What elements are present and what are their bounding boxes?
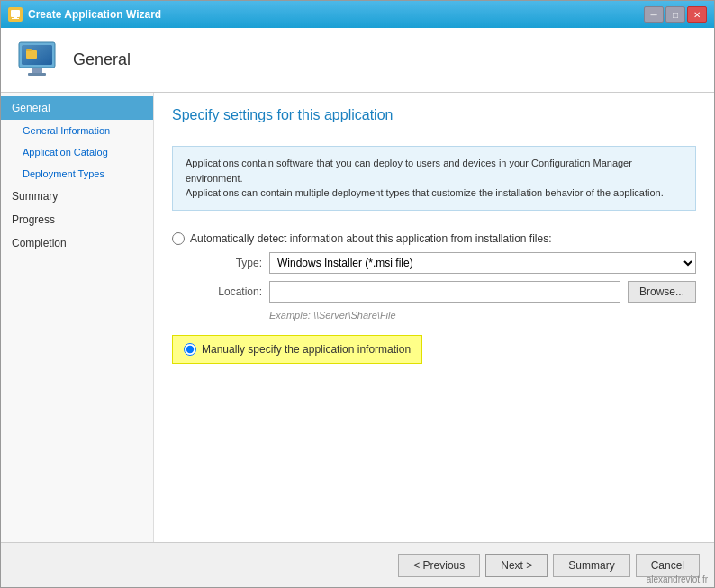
browse-button[interactable]: Browse...: [628, 281, 696, 303]
info-box: Applications contain software that you c…: [172, 146, 696, 211]
content-body: Applications contain software that you c…: [154, 131, 714, 542]
title-bar: Create Application Wizard ─ □ ✕: [1, 1, 714, 28]
svg-rect-2: [12, 18, 19, 19]
type-label: Type:: [190, 257, 262, 269]
cancel-button[interactable]: Cancel: [636, 554, 700, 577]
summary-button[interactable]: Summary: [553, 554, 629, 577]
sidebar-item-general-information[interactable]: General Information: [1, 120, 153, 141]
maximize-button[interactable]: □: [665, 6, 685, 23]
location-input[interactable]: [269, 281, 620, 303]
app-icon: [8, 7, 23, 22]
header-area: General: [1, 28, 714, 93]
content-title: Specify settings for this application: [172, 107, 696, 123]
location-row: Location: Browse...: [190, 281, 696, 303]
svg-rect-0: [11, 10, 20, 17]
svg-rect-8: [26, 50, 37, 59]
sidebar-item-general[interactable]: General: [1, 96, 153, 120]
type-select[interactable]: Windows Installer (*.msi file) Script In…: [269, 252, 696, 274]
header-icon: [15, 39, 59, 82]
window-title: Create Application Wizard: [28, 8, 161, 21]
header-section-label: General: [73, 50, 131, 69]
auto-detect-label[interactable]: Automatically detect information about t…: [190, 232, 552, 245]
sidebar-item-progress[interactable]: Progress: [1, 208, 153, 231]
manual-specify-radio[interactable]: [184, 343, 196, 356]
example-text: Example: \\Server\Share\File: [269, 310, 696, 321]
auto-detect-form: Type: Windows Installer (*.msi file) Scr…: [190, 252, 696, 321]
type-row: Type: Windows Installer (*.msi file) Scr…: [190, 252, 696, 274]
previous-button[interactable]: < Previous: [398, 554, 480, 577]
minimize-button[interactable]: ─: [644, 6, 664, 23]
main-content: General General Information Application …: [1, 93, 714, 542]
svg-rect-5: [32, 68, 42, 73]
svg-rect-9: [26, 49, 32, 51]
info-text: Applications contain software that you c…: [186, 158, 664, 198]
window-controls: ─ □ ✕: [644, 6, 707, 23]
sidebar-item-application-catalog[interactable]: Application Catalog: [1, 141, 153, 163]
footer: < Previous Next > Summary Cancel: [1, 542, 714, 587]
sidebar-item-deployment-types[interactable]: Deployment Types: [1, 163, 153, 185]
location-label: Location:: [190, 285, 262, 298]
sidebar: General General Information Application …: [1, 93, 154, 542]
auto-detect-radio[interactable]: [172, 232, 185, 245]
close-button[interactable]: ✕: [687, 6, 707, 23]
auto-detect-row: Automatically detect information about t…: [172, 232, 696, 245]
content-area: Specify settings for this application Ap…: [154, 93, 714, 542]
sidebar-item-summary[interactable]: Summary: [1, 185, 153, 208]
watermark: alexandreviot.fr: [647, 574, 708, 584]
svg-rect-6: [28, 73, 46, 76]
content-header: Specify settings for this application: [154, 93, 714, 131]
manual-specify-section: Manually specify the application informa…: [172, 335, 422, 364]
sidebar-item-completion[interactable]: Completion: [1, 231, 153, 255]
auto-detect-section: Automatically detect information about t…: [172, 232, 696, 321]
wizard-window: Create Application Wizard ─ □ ✕: [0, 0, 715, 588]
next-button[interactable]: Next >: [485, 554, 548, 577]
manual-specify-label[interactable]: Manually specify the application informa…: [202, 343, 411, 356]
